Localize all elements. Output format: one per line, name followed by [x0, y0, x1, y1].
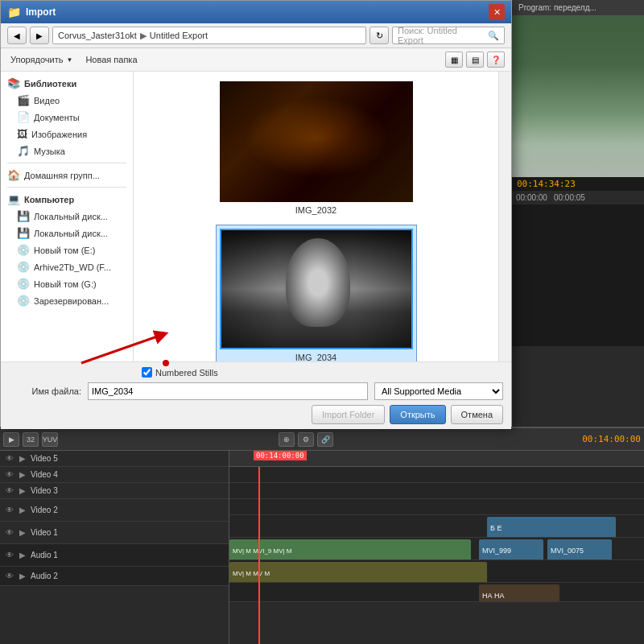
homegroup-section: 🏠 Домашняя групп...	[1, 167, 133, 184]
timeline-playhead[interactable]	[258, 467, 260, 644]
audio1-content: MV| M MV M	[229, 560, 644, 583]
ruler-timecode: 00:14:00:00	[254, 451, 307, 460]
sidebar-item-localdisk1[interactable]: 💾 Локальный диск...	[1, 208, 133, 225]
video3-content	[229, 499, 644, 515]
video4-label: Video 4	[31, 470, 58, 479]
homegroup-item[interactable]: 🏠 Домашняя групп...	[1, 167, 133, 184]
monitor-timecode: 00:14:34:23	[512, 177, 644, 191]
organize-button[interactable]: Упорядочить ▼	[7, 53, 76, 66]
scrollbar[interactable]	[498, 72, 511, 361]
search-bar[interactable]: Поиск: Untitled Export 🔍	[392, 27, 505, 44]
video1-eye[interactable]: 👁	[3, 526, 16, 539]
dialog-close-button[interactable]: ✕	[489, 4, 505, 20]
video1-clip-c[interactable]: MVI_0075	[547, 539, 612, 560]
numbered-stills-checkbox[interactable]	[142, 367, 152, 378]
audio1-eye[interactable]: 👁	[3, 549, 16, 562]
path-child: Untitled Export	[150, 31, 208, 40]
volume-e-icon: 💿	[17, 244, 30, 256]
computer-header[interactable]: 💻 Компьютер	[1, 191, 133, 208]
numbered-stills-label: Numbered Stills	[155, 368, 218, 378]
sidebar-item-archive[interactable]: 💿 Arhive2Tb_WD (F...	[1, 258, 133, 275]
file-item-img2032[interactable]: IMG_2032	[217, 78, 416, 218]
track-header-video3: 👁 ▶ Video 3	[0, 483, 229, 499]
monitor-tree	[512, 16, 644, 177]
timeline-btn-2[interactable]: 32	[23, 432, 39, 447]
sidebar-item-video[interactable]: 🎬 Видео	[1, 92, 133, 109]
homegroup-icon: 🏠	[7, 169, 20, 181]
filetype-select[interactable]: All Supported Media	[374, 382, 503, 400]
nav-bar: ◀ ▶ Corvus_Jaster31okt ▶ Untitled Export…	[1, 23, 511, 48]
help-button[interactable]: ❓	[487, 52, 505, 68]
divider1	[7, 163, 126, 163]
monitor-header: Program: переделд...	[512, 0, 644, 16]
dialog-content: 📚 Presets Библиотеки 🎬 Видео 📄 Документы…	[1, 72, 511, 361]
video1-clip-a[interactable]: MV| M MVI_9 MV| M	[229, 539, 471, 560]
view-list-button[interactable]: ▤	[466, 52, 484, 68]
path-root: Corvus_Jaster31okt	[58, 31, 137, 40]
monitor-end-btn[interactable]: 00:00:05	[551, 192, 588, 203]
archive-icon: 💿	[17, 261, 30, 273]
audio2-eye[interactable]: 👁	[3, 570, 16, 583]
filename-input[interactable]	[88, 382, 368, 400]
video5-eye[interactable]: 👁	[3, 452, 16, 465]
import-folder-button[interactable]: Import Folder	[312, 405, 385, 424]
program-monitor: Program: переделд... 00:14:34:23 00:00:0…	[511, 0, 644, 346]
video-icon: 🎬	[17, 94, 30, 106]
libraries-header[interactable]: 📚 Presets Библиотеки	[1, 75, 133, 92]
refresh-button[interactable]: ↻	[369, 27, 389, 44]
video4-eye[interactable]: 👁	[3, 469, 16, 481]
import-dialog: 📁 Import ✕ ◀ ▶ Corvus_Jaster31okt ▶ Unti…	[0, 0, 512, 427]
disk-icon-2: 💾	[17, 227, 30, 239]
timeline-timecode: 00:14:00:00	[582, 434, 641, 444]
sidebar-item-music[interactable]: 🎵 Музыка	[1, 142, 133, 159]
file-item-img2034[interactable]: IMG_2034	[216, 225, 417, 361]
numbered-stills-row: Numbered Stills	[9, 367, 503, 378]
sidebar-item-localdisk2[interactable]: 💾 Локальный диск...	[1, 225, 133, 242]
audio1-clip[interactable]: MV| M MV M	[229, 562, 487, 583]
timeline-link-btn[interactable]: 🔗	[317, 432, 333, 447]
dialog-icon: 📁	[7, 6, 21, 19]
cancel-button[interactable]: Отмена	[451, 405, 503, 424]
audio1-label: Audio 1	[31, 551, 58, 559]
video2-eye[interactable]: 👁	[3, 504, 16, 517]
file-thumb-img2032	[220, 81, 413, 202]
file-label-img2034: IMG_2034	[295, 353, 336, 361]
timeline-add-btn[interactable]: ⊕	[279, 432, 295, 447]
search-icon: 🔍	[488, 31, 499, 41]
file-label-img2032: IMG_2032	[295, 205, 336, 215]
view-icon-button[interactable]: ▦	[445, 52, 463, 68]
file-browser[interactable]: IMG_2032 IMG_2034	[134, 72, 498, 361]
divider2	[7, 187, 126, 188]
open-button[interactable]: Открыть	[390, 405, 445, 424]
video1-content: MV| M MVI_9 MV| M MVI_999 MVI_0075	[229, 538, 644, 560]
sidebar: 📚 Presets Библиотеки 🎬 Видео 📄 Документы…	[1, 72, 134, 361]
forward-button[interactable]: ▶	[30, 27, 49, 44]
path-bar[interactable]: Corvus_Jaster31okt ▶ Untitled Export	[52, 27, 366, 44]
audio2-content: НА НА	[229, 583, 644, 602]
filename-row: Имя файла: All Supported Media	[9, 382, 503, 400]
timeline-settings-btn[interactable]: ⚙	[298, 432, 314, 447]
video2-content: Б Е	[229, 515, 644, 538]
sidebar-item-images[interactable]: 🖼 Изображения	[1, 126, 133, 142]
music-icon: 🎵	[17, 145, 30, 157]
monitor-start-btn[interactable]: 00:00:00	[514, 192, 550, 203]
timeline-btn-1[interactable]: ▶	[3, 432, 19, 447]
video2-clip[interactable]: Б Е	[487, 517, 616, 538]
search-placeholder: Поиск: Untitled Export	[398, 26, 485, 45]
sidebar-item-volume-g[interactable]: 💿 Новый том (G:)	[1, 275, 133, 292]
sidebar-item-volume-e[interactable]: 💿 Новый том (E:)	[1, 242, 133, 258]
video3-eye[interactable]: 👁	[3, 485, 16, 497]
monitor-controls: 00:00:00 00:00:05	[512, 191, 644, 204]
back-button[interactable]: ◀	[7, 27, 27, 44]
organize-dropdown-icon: ▼	[66, 56, 72, 64]
track-header-audio1: 👁 ▶ Audio 1	[0, 544, 229, 567]
track-header-video1: 👁 ▶ Video 1	[0, 522, 229, 544]
new-folder-button[interactable]: Новая папка	[82, 53, 140, 66]
sidebar-item-reserved[interactable]: 💿 Зарезервирован...	[1, 292, 133, 309]
sidebar-item-documents[interactable]: 📄 Документы	[1, 109, 133, 126]
video1-clip-b[interactable]: MVI_999	[479, 539, 543, 560]
timeline-content: 👁 ▶ Video 5 👁 ▶ Video 4 👁 ▶ Video 3 👁 ▶	[0, 451, 644, 644]
timeline-btn-3[interactable]: YUV	[42, 432, 58, 447]
documents-icon: 📄	[17, 111, 30, 123]
audio2-clip[interactable]: НА НА	[479, 584, 559, 602]
